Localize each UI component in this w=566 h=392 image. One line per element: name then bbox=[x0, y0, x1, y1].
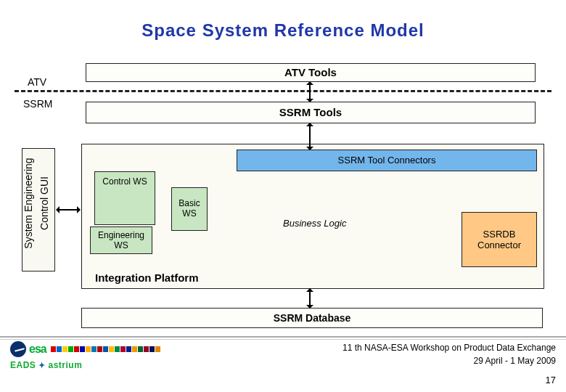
footer-workshop: 11 th NASA-ESA Workshop on Product Data … bbox=[343, 343, 556, 353]
arrow-atv-ssrm bbox=[309, 83, 311, 100]
esa-flag-strip bbox=[51, 346, 160, 352]
separator-dashed bbox=[15, 90, 551, 92]
arrow-ssrm-tools-connectors bbox=[309, 125, 311, 148]
footer-page-number: 17 bbox=[546, 375, 556, 385]
esa-logo-circle-icon bbox=[10, 341, 26, 357]
control-ws-box: Control WS bbox=[94, 171, 155, 225]
basic-ws-box: BasicWS bbox=[171, 187, 208, 231]
esa-logo-text: esa bbox=[29, 343, 46, 356]
page-title: Space System Reference Model bbox=[0, 20, 566, 41]
ssrdb-connector-box: SSRDBConnector bbox=[462, 212, 537, 267]
footer-divider-1 bbox=[0, 336, 566, 338]
footer-dates: 29 April - 1 May 2009 bbox=[474, 356, 556, 366]
arrow-integration-db bbox=[309, 290, 311, 306]
ssrm-tool-connectors-box: SSRM Tool Connectors bbox=[237, 150, 537, 171]
integration-platform-label: Integration Platform bbox=[95, 271, 199, 284]
business-logic-label: Business Logic bbox=[283, 218, 346, 229]
engineering-ws-box: EngineeringWS bbox=[90, 226, 152, 254]
ssrm-label: SSRM bbox=[23, 98, 52, 110]
footer-logos: esa EADS ✦ astrium bbox=[10, 341, 160, 370]
eads-logo: EADS ✦ astrium bbox=[10, 360, 160, 370]
arrow-segui-integration bbox=[58, 209, 78, 211]
se-control-gui-label: System EngineeringControl GUI bbox=[20, 138, 52, 269]
esa-logo: esa bbox=[10, 341, 160, 357]
atv-label: ATV bbox=[28, 76, 46, 88]
footer-divider-2 bbox=[0, 339, 566, 340]
